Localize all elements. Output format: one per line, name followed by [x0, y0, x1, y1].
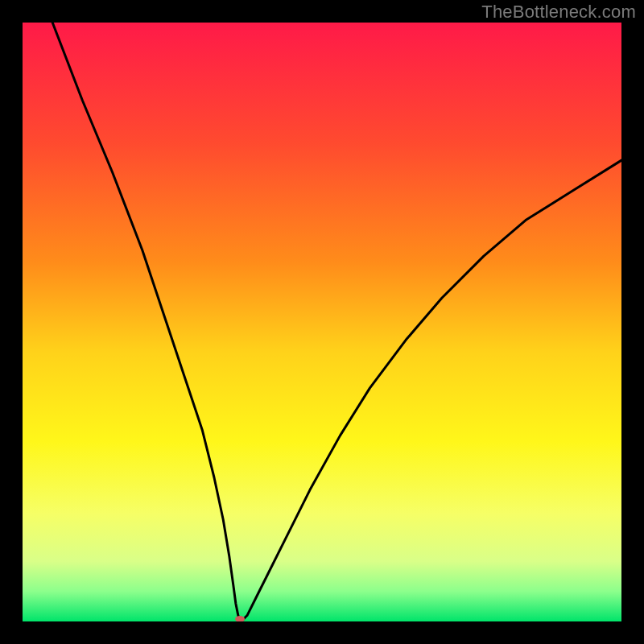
chart-svg: [23, 23, 621, 621]
gradient-background: [23, 23, 621, 621]
watermark-text: TheBottleneck.com: [481, 2, 636, 23]
chart-frame: TheBottleneck.com: [0, 0, 644, 644]
plot-area: [23, 23, 621, 621]
